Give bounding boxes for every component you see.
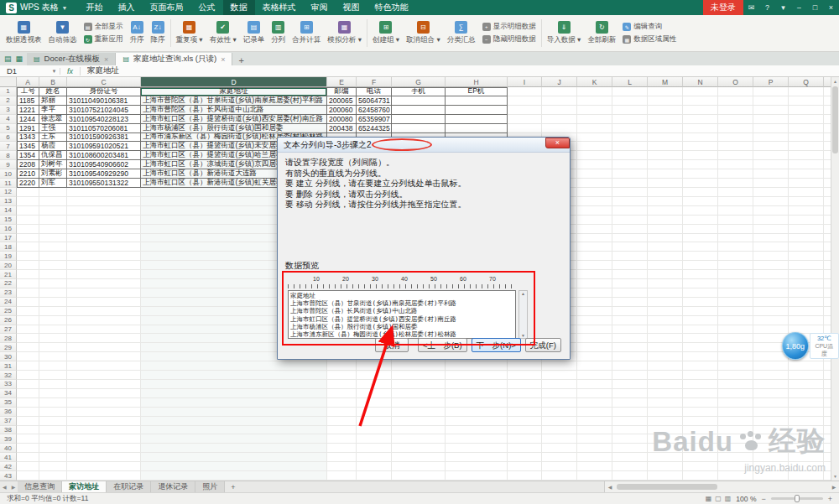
- cell-C41[interactable]: [67, 453, 141, 462]
- row-header-16[interactable]: 16: [0, 225, 17, 234]
- sheet-tab-在职记录[interactable]: 在职记录: [107, 481, 151, 492]
- cell-R23[interactable]: [824, 288, 831, 298]
- cell-F4[interactable]: 65359907: [357, 115, 392, 124]
- row-header-28[interactable]: 28: [0, 334, 17, 343]
- horizontal-scrollbar[interactable]: ◀ ▶: [604, 481, 839, 492]
- cell-H4[interactable]: [446, 115, 508, 124]
- row-header-29[interactable]: 29: [0, 343, 17, 352]
- cell-E5[interactable]: 200438: [327, 124, 357, 133]
- cell-O20[interactable]: [718, 261, 753, 270]
- cell-N3[interactable]: [683, 106, 718, 115]
- cell-B26[interactable]: [39, 316, 67, 325]
- cell-K9[interactable]: [577, 160, 612, 169]
- cell-P26[interactable]: [753, 316, 789, 325]
- cell-G39[interactable]: [392, 434, 446, 444]
- cell-Q25[interactable]: [789, 307, 824, 316]
- cell-G36[interactable]: [392, 408, 446, 417]
- cell-G40[interactable]: [392, 444, 446, 453]
- cell-R10[interactable]: [824, 169, 831, 179]
- cell-O26[interactable]: [718, 316, 753, 325]
- cell-M20[interactable]: [648, 261, 683, 270]
- cell-B37[interactable]: [39, 417, 67, 426]
- cell-C4[interactable]: 310109540228123: [67, 115, 141, 124]
- cell-A39[interactable]: [17, 434, 39, 444]
- menu-tab-视图[interactable]: 视图: [336, 0, 367, 15]
- cell-M28[interactable]: [648, 334, 683, 343]
- row-header-1[interactable]: 1: [0, 87, 17, 96]
- ribbon-button-升序[interactable]: A↓升序: [127, 17, 148, 49]
- cell-J41[interactable]: [542, 453, 577, 462]
- cell-O27[interactable]: [718, 325, 753, 335]
- cell-Q17[interactable]: [789, 234, 824, 243]
- cell-K5[interactable]: [577, 124, 612, 133]
- cell-I35[interactable]: [508, 398, 542, 408]
- cell-C13[interactable]: [67, 197, 141, 206]
- cell-J31[interactable]: [542, 361, 577, 371]
- ribbon-button-显示明细数据[interactable]: +显示明细数据: [482, 22, 536, 32]
- cell-N12[interactable]: [683, 188, 718, 197]
- cell-R8[interactable]: [824, 151, 831, 160]
- cell-E35[interactable]: [327, 398, 357, 408]
- cell-L30[interactable]: [612, 352, 648, 361]
- cell-P4[interactable]: [753, 115, 789, 124]
- cell-B12[interactable]: [39, 188, 67, 197]
- dialog-close-icon[interactable]: ×: [545, 138, 570, 148]
- horizontal-scroll-thumb[interactable]: [617, 484, 717, 490]
- doc-tab-家庭地址查询.xls (只读)[interactable]: ▤家庭地址查询.xls (只读)×: [116, 53, 232, 65]
- cell-N14[interactable]: [683, 206, 718, 216]
- cell-D40[interactable]: [141, 444, 327, 453]
- monitor-ball[interactable]: 1,80g: [782, 332, 809, 360]
- cell-B18[interactable]: [39, 242, 67, 252]
- ribbon-button-创建组[interactable]: ⊞创建组 ▾: [369, 17, 403, 49]
- cell-L17[interactable]: [612, 234, 648, 243]
- cell-M6[interactable]: [648, 133, 683, 143]
- cancel-button[interactable]: 取消: [375, 338, 409, 352]
- cell-Q21[interactable]: [789, 270, 824, 279]
- cell-N36[interactable]: [683, 408, 718, 417]
- cell-H5[interactable]: [446, 124, 508, 133]
- cell-E40[interactable]: [327, 444, 357, 453]
- cell-Q4[interactable]: [789, 115, 824, 124]
- cell-H41[interactable]: [446, 453, 508, 462]
- cell-C31[interactable]: [67, 361, 141, 371]
- cell-P11[interactable]: [753, 179, 789, 188]
- cell-Q13[interactable]: [789, 197, 824, 206]
- cell-I39[interactable]: [508, 434, 542, 444]
- cell-K19[interactable]: [577, 252, 612, 261]
- cell-P9[interactable]: [753, 160, 789, 169]
- page-layout-view-icon[interactable]: ▢: [715, 495, 722, 502]
- cell-B40[interactable]: [39, 444, 67, 453]
- row-header-32[interactable]: 32: [0, 371, 17, 380]
- cell-I1[interactable]: [508, 87, 542, 96]
- cell-R32[interactable]: [824, 371, 831, 380]
- cell-C40[interactable]: [67, 444, 141, 453]
- cell-G32[interactable]: [392, 371, 446, 380]
- cell-L10[interactable]: [612, 169, 648, 179]
- cell-R11[interactable]: [824, 179, 831, 188]
- cell-O33[interactable]: [718, 380, 753, 389]
- row-header-22[interactable]: 22: [0, 279, 17, 288]
- cell-F40[interactable]: [357, 444, 392, 453]
- cell-C43[interactable]: [67, 471, 141, 481]
- cell-P33[interactable]: [753, 380, 789, 389]
- cell-Q26[interactable]: [789, 316, 824, 325]
- cell-N30[interactable]: [683, 352, 718, 361]
- cell-M12[interactable]: [648, 188, 683, 197]
- row-header-8[interactable]: 8: [0, 151, 17, 160]
- cell-L27[interactable]: [612, 325, 648, 335]
- tabs-scroll-right-icon[interactable]: ▶: [9, 484, 18, 490]
- cell-Q23[interactable]: [789, 288, 824, 298]
- cell-P6[interactable]: [753, 133, 789, 143]
- cell-E36[interactable]: [327, 408, 357, 417]
- cell-P31[interactable]: [753, 361, 789, 371]
- cell-P8[interactable]: [753, 151, 789, 160]
- preview-scroll-up-icon[interactable]: ▲: [521, 291, 525, 296]
- cell-M29[interactable]: [648, 343, 683, 352]
- menu-tab-开始[interactable]: 开始: [79, 0, 111, 15]
- cell-P10[interactable]: [753, 169, 789, 179]
- cell-R36[interactable]: [824, 408, 831, 417]
- templates-icon[interactable]: ▦: [16, 55, 23, 63]
- zoom-slider-knob[interactable]: [795, 495, 800, 502]
- cell-K1[interactable]: [577, 87, 612, 96]
- row-header-31[interactable]: 31: [0, 361, 17, 371]
